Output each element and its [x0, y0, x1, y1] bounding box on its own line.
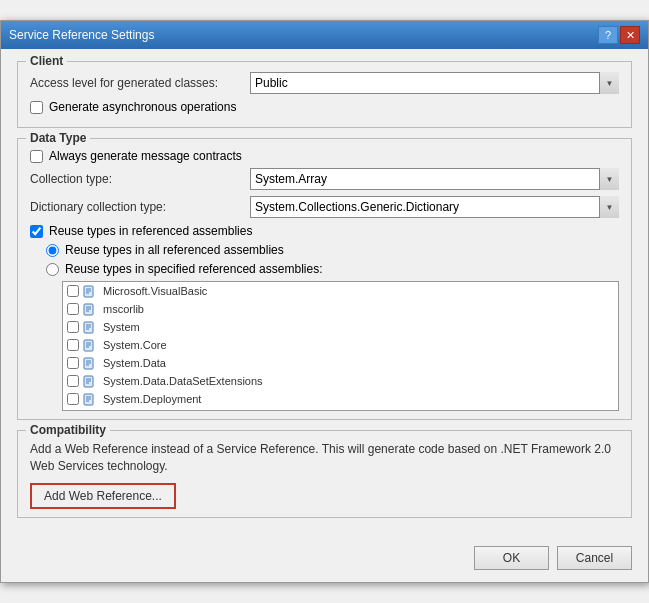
assembly-checkbox[interactable]: [67, 339, 79, 351]
assembly-dll-icon: [83, 320, 97, 334]
reuse-types-row: Reuse types in referenced assemblies: [30, 224, 619, 238]
client-section-title: Client: [26, 54, 67, 68]
client-section: Client Access level for generated classe…: [17, 61, 632, 128]
assembly-item: System.Core: [63, 336, 618, 354]
help-button[interactable]: ?: [598, 26, 618, 44]
close-button[interactable]: ✕: [620, 26, 640, 44]
reuse-types-label: Reuse types in referenced assemblies: [49, 224, 252, 238]
assembly-checkbox[interactable]: [67, 321, 79, 333]
assembly-name: mscorlib: [103, 303, 144, 315]
assembly-checkbox[interactable]: [67, 375, 79, 387]
reuse-all-row: Reuse types in all referenced assemblies: [46, 243, 619, 257]
assembly-name: System.Data.DataSetExtensions: [103, 375, 263, 387]
assembly-item: System: [63, 318, 618, 336]
async-operations-checkbox[interactable]: [30, 101, 43, 114]
title-bar: Service Reference Settings ? ✕: [1, 21, 648, 49]
reuse-specified-row: Reuse types in specified referenced asse…: [46, 262, 619, 276]
collection-type-label: Collection type:: [30, 172, 250, 186]
assembly-item: mscorlib: [63, 300, 618, 318]
dialog-title: Service Reference Settings: [9, 28, 154, 42]
async-operations-label: Generate asynchronous operations: [49, 100, 236, 114]
cancel-button[interactable]: Cancel: [557, 546, 632, 570]
access-level-label: Access level for generated classes:: [30, 76, 250, 90]
collection-type-row: Collection type: System.Array System.Col…: [30, 168, 619, 190]
assembly-item: System.Data: [63, 354, 618, 372]
assembly-dll-icon: [83, 392, 97, 406]
assembly-name: Microsoft.VisualBasic: [103, 285, 207, 297]
access-level-row: Access level for generated classes: Publ…: [30, 72, 619, 94]
message-contracts-row: Always generate message contracts: [30, 149, 619, 163]
reuse-specified-radio[interactable]: [46, 263, 59, 276]
assembly-dll-icon: [83, 338, 97, 352]
async-operations-row: Generate asynchronous operations: [30, 100, 619, 114]
dictionary-type-select-wrapper: System.Collections.Generic.Dictionary ▼: [250, 196, 619, 218]
dictionary-type-row: Dictionary collection type: System.Colle…: [30, 196, 619, 218]
assembly-dll-icon: [83, 302, 97, 316]
dictionary-type-select[interactable]: System.Collections.Generic.Dictionary: [250, 196, 619, 218]
compatibility-text: Add a Web Reference instead of a Service…: [30, 441, 619, 475]
ok-button[interactable]: OK: [474, 546, 549, 570]
access-level-select-wrapper: Public Internal ▼: [250, 72, 619, 94]
reuse-all-label: Reuse types in all referenced assemblies: [65, 243, 284, 257]
reuse-all-radio[interactable]: [46, 244, 59, 257]
assembly-checkbox[interactable]: [67, 357, 79, 369]
message-contracts-checkbox[interactable]: [30, 150, 43, 163]
data-type-section-title: Data Type: [26, 131, 90, 145]
collection-type-select-wrapper: System.Array System.Collections.Generic.…: [250, 168, 619, 190]
collection-type-select[interactable]: System.Array System.Collections.Generic.…: [250, 168, 619, 190]
compatibility-title: Compatibility: [26, 423, 110, 437]
assembly-dll-icon: [83, 374, 97, 388]
service-reference-settings-dialog: Service Reference Settings ? ✕ Client Ac…: [0, 20, 649, 583]
message-contracts-label: Always generate message contracts: [49, 149, 242, 163]
assembly-name: System.Core: [103, 339, 167, 351]
assembly-item: System.Deployment: [63, 390, 618, 408]
assembly-checkbox[interactable]: [67, 393, 79, 405]
assembly-dll-icon: [83, 356, 97, 370]
reuse-specified-label: Reuse types in specified referenced asse…: [65, 262, 322, 276]
assembly-dll-icon: [83, 284, 97, 298]
add-web-reference-button[interactable]: Add Web Reference...: [30, 483, 176, 509]
access-level-select[interactable]: Public Internal: [250, 72, 619, 94]
data-type-section: Data Type Always generate message contra…: [17, 138, 632, 420]
assembly-checkbox[interactable]: [67, 303, 79, 315]
dictionary-type-label: Dictionary collection type:: [30, 200, 250, 214]
reuse-types-checkbox[interactable]: [30, 225, 43, 238]
assembly-name: System.Data: [103, 357, 166, 369]
title-bar-buttons: ? ✕: [598, 26, 640, 44]
assembly-name: System.Deployment: [103, 393, 201, 405]
assembly-name: System: [103, 321, 140, 333]
assembly-checkbox[interactable]: [67, 285, 79, 297]
assembly-item: Microsoft.VisualBasic: [63, 282, 618, 300]
dialog-body: Client Access level for generated classe…: [1, 49, 648, 540]
assembly-item: System.Data.DataSetExtensions: [63, 372, 618, 390]
assembly-list[interactable]: Microsoft.VisualBasic mscorlib System Sy…: [62, 281, 619, 411]
dialog-footer: OK Cancel: [1, 540, 648, 582]
compatibility-section: Compatibility Add a Web Reference instea…: [17, 430, 632, 518]
